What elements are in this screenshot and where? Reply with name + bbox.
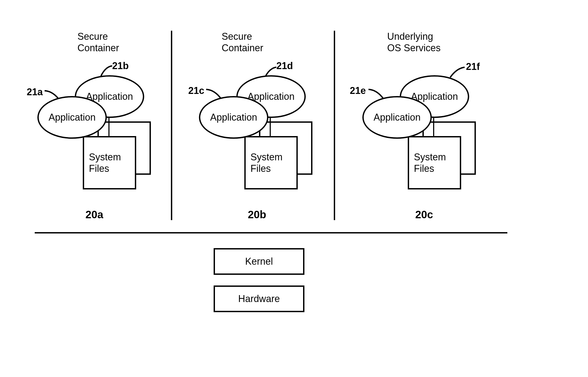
divider-2 — [334, 31, 335, 220]
col1-app-left: Application — [37, 96, 107, 139]
col3-id: 20c — [415, 208, 433, 221]
col3-app-left: Application — [362, 96, 432, 139]
leader-21f — [449, 65, 467, 79]
col3-files-front: System Files — [408, 136, 461, 189]
diagram-canvas: Secure Container 21b 21a System Files Ap… — [0, 0, 588, 377]
ref-21c: 21c — [188, 85, 204, 96]
col1-title: Secure Container — [77, 31, 119, 54]
col1-files-front: System Files — [83, 136, 136, 189]
col2-files-front: System Files — [244, 136, 298, 189]
hardware-box: Hardware — [214, 285, 304, 312]
ref-21f: 21f — [466, 61, 480, 72]
col2-title: Secure Container — [222, 31, 263, 54]
col2-connector — [270, 115, 271, 137]
col3-title: Underlying OS Services — [387, 31, 441, 54]
ref-21a: 21a — [27, 86, 43, 98]
col2-app-left: Application — [199, 96, 268, 139]
col2-id: 20b — [248, 208, 266, 221]
col1-connector — [108, 115, 109, 137]
col3-connector — [433, 115, 434, 137]
divider-1 — [171, 31, 172, 220]
kernel-box: Kernel — [214, 248, 304, 275]
col1-id: 20a — [85, 208, 103, 221]
divider-horizontal — [35, 232, 507, 233]
ref-21e: 21e — [350, 85, 366, 96]
